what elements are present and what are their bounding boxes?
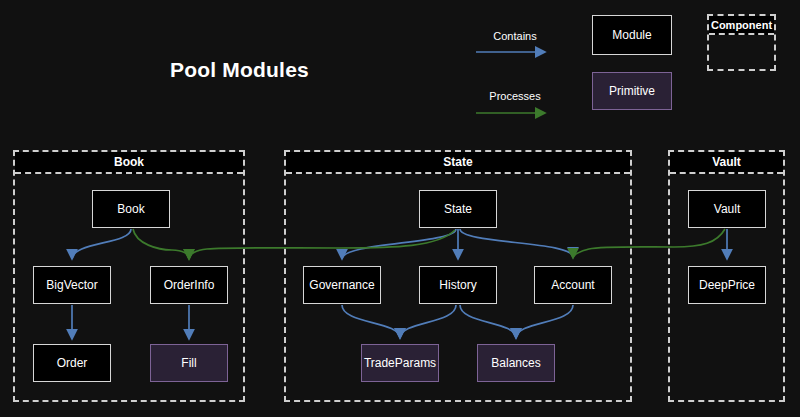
legend-primitive-label: Primitive	[609, 84, 655, 98]
node-vault: Vault	[688, 190, 766, 228]
node-balances: Balances	[477, 344, 555, 382]
container-state-header: State	[286, 152, 630, 174]
legend-component-box: Component	[707, 14, 776, 71]
legend-contains-label: Contains	[475, 30, 555, 42]
legend-module-box: Module	[592, 15, 672, 55]
legend-processes-label: Processes	[475, 90, 555, 102]
legend-module-label: Module	[612, 28, 651, 42]
node-state: State	[419, 190, 497, 228]
container-book-label: Book	[114, 155, 144, 169]
legend-component-label: Component	[711, 19, 772, 31]
node-order: Order	[33, 344, 111, 382]
container-vault-label: Vault	[712, 155, 741, 169]
container-state-label: State	[443, 155, 472, 169]
node-history: History	[419, 266, 497, 304]
container-vault-header: Vault	[670, 152, 783, 174]
node-deepprice: DeepPrice	[688, 266, 766, 304]
node-tradeparams: TradeParams	[361, 344, 439, 382]
node-account: Account	[534, 266, 612, 304]
node-book: Book	[92, 190, 170, 228]
page-title: Pool Modules	[170, 58, 309, 82]
node-bigvector: BigVector	[33, 266, 111, 304]
node-fill: Fill	[150, 344, 228, 382]
node-orderinfo: OrderInfo	[150, 266, 228, 304]
container-book-header: Book	[15, 152, 243, 174]
legend-primitive-box: Primitive	[592, 72, 672, 110]
node-governance: Governance	[303, 266, 381, 304]
legend-component-header: Component	[709, 16, 774, 35]
diagram-canvas: Pool Modules Contains Processes Module P…	[0, 0, 800, 417]
